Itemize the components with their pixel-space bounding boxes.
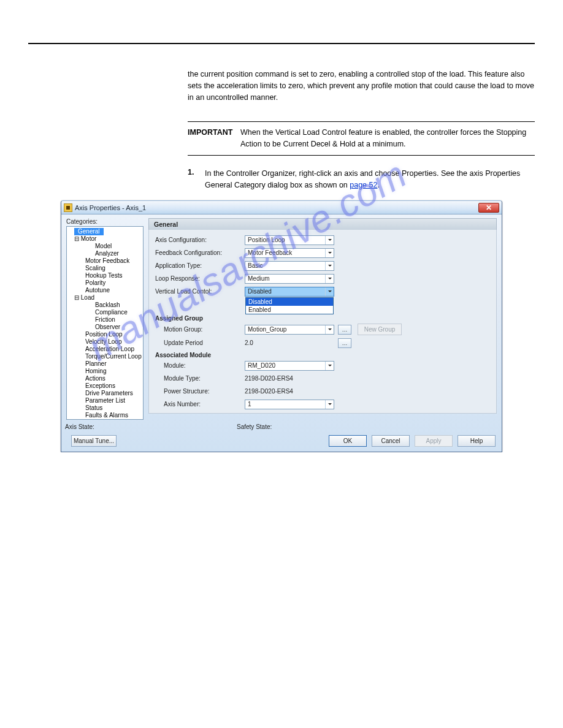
safety-state-label: Safety State: (237, 423, 272, 430)
ok-button[interactable]: OK (329, 435, 367, 447)
header-rule (28, 43, 535, 44)
power-structure-value: 2198-D020-ERS4 (245, 388, 334, 395)
motion-group-combo[interactable]: Motion_Group (245, 325, 334, 335)
tree-item-motor-feedback[interactable]: Motor Feedback (68, 257, 142, 265)
help-button[interactable]: Help (458, 435, 496, 447)
tree-item-tag[interactable]: Tag (68, 419, 142, 420)
power-structure-label: Power Structure: (155, 388, 245, 395)
dropdown-option-disabled[interactable]: Disabled (246, 298, 333, 306)
tree-item-polarity[interactable]: Polarity (68, 279, 142, 287)
tree-item-friction[interactable]: Friction (68, 316, 142, 324)
tree-item-drive-parameters[interactable]: Drive Parameters (68, 390, 142, 397)
loop-response-label: Loop Response: (155, 275, 245, 282)
tree-item-load[interactable]: ⊟ Load (68, 294, 142, 301)
axis-number-label: Axis Number: (155, 401, 245, 408)
application-type-combo[interactable]: Basic (245, 261, 334, 271)
window-title: Axis Properties - Axis_1 (75, 204, 478, 211)
tree-item-position-loop[interactable]: Position Loop (68, 331, 142, 338)
tree-item-homing[interactable]: Homing (68, 368, 142, 375)
intro-paragraph: the current position command is set to z… (188, 69, 535, 103)
chevron-down-icon (325, 400, 334, 409)
tree-item-compliance[interactable]: Compliance (68, 309, 142, 316)
important-text: When the Vertical Load Control feature i… (240, 127, 535, 150)
chevron-down-icon (325, 262, 334, 270)
panel-title: General (148, 218, 497, 230)
module-combo[interactable]: RM_D020 (245, 361, 334, 371)
tree-item-acceleration-loop[interactable]: Acceleration Loop (68, 346, 142, 353)
important-note: IMPORTANT When the Vertical Load Control… (188, 121, 535, 156)
window-icon (64, 203, 72, 212)
page-link[interactable]: page 52 (350, 181, 377, 189)
vertical-load-control-dropdown: Disabled Enabled (245, 297, 334, 314)
close-button[interactable]: ✕ (478, 203, 499, 213)
update-period-browse-button[interactable]: … (338, 338, 351, 348)
tree-item-exceptions[interactable]: Exceptions (68, 382, 142, 390)
tree-item-torque-current-loop[interactable]: Torque/Current Loop (68, 353, 142, 360)
chevron-down-icon (325, 287, 334, 296)
update-period-value: 2.0 (245, 339, 334, 346)
tree-item-velocity-loop[interactable]: Velocity Loop (68, 338, 142, 346)
tree-item-model[interactable]: Model (68, 243, 142, 250)
step-text: In the Controller Organizer, right-click… (205, 168, 535, 191)
categories-label: Categories: (66, 218, 144, 225)
module-type-label: Module Type: (155, 375, 245, 382)
axis-configuration-combo[interactable]: Position Loop (245, 235, 334, 245)
axis-number-combo[interactable]: 1 (245, 400, 334, 409)
chevron-down-icon (325, 362, 334, 370)
module-label: Module: (155, 362, 245, 369)
important-label: IMPORTANT (188, 127, 240, 150)
tree-item-analyzer[interactable]: Analyzer (68, 250, 142, 257)
loop-response-combo[interactable]: Medium (245, 274, 334, 284)
assigned-group-header: Assigned Group (155, 315, 490, 322)
motion-group-label: Motion Group: (155, 326, 245, 333)
step-number: 1. (188, 168, 205, 191)
tree-item-observer[interactable]: Observer (68, 324, 142, 331)
axis-properties-dialog: Axis Properties - Axis_1 ✕ Categories: G… (61, 200, 502, 452)
vertical-load-control-combo[interactable]: Disabled Disabled Enabled (245, 287, 334, 297)
feedback-configuration-combo[interactable]: Motor Feedback (245, 248, 334, 258)
tree-item-motor[interactable]: ⊟ Motor (68, 235, 142, 243)
tree-item-scaling[interactable]: Scaling (68, 265, 142, 272)
update-period-label: Update Period (155, 339, 245, 346)
dropdown-option-enabled[interactable]: Enabled (246, 306, 333, 314)
chevron-down-icon (325, 249, 334, 257)
apply-button: Apply (415, 435, 453, 447)
tree-item-autotune[interactable]: Autotune (68, 287, 142, 294)
tree-item-faults-alarms[interactable]: Faults & Alarms (68, 412, 142, 419)
tree-item-planner[interactable]: Planner (68, 360, 142, 368)
close-icon: ✕ (486, 203, 492, 212)
titlebar: Axis Properties - Axis_1 ✕ (61, 201, 502, 214)
tree-item-general[interactable]: General (74, 228, 104, 235)
tree-item-actions[interactable]: Actions (68, 375, 142, 382)
cancel-button[interactable]: Cancel (372, 435, 410, 447)
tree-item-backlash[interactable]: Backlash (68, 301, 142, 309)
chevron-down-icon (325, 325, 334, 334)
associated-module-header: Associated Module (155, 352, 490, 358)
tree-item-status[interactable]: Status (68, 404, 142, 412)
chevron-down-icon (325, 236, 334, 245)
manual-tune-button[interactable]: Manual Tune... (71, 435, 117, 447)
axis-configuration-label: Axis Configuration: (155, 237, 245, 243)
tree-item-parameter-list[interactable]: Parameter List (68, 397, 142, 404)
vertical-load-control-label: Vertical Load Contol: (155, 288, 245, 295)
application-type-label: Application Type: (155, 262, 245, 269)
module-type-value: 2198-D020-ERS4 (245, 375, 334, 382)
motion-group-browse-button[interactable]: … (338, 325, 351, 335)
tree-item-hookup-tests[interactable]: Hookup Tests (68, 272, 142, 279)
axis-state-label: Axis State: (65, 423, 151, 430)
feedback-configuration-label: Feedback Configuration: (155, 249, 245, 256)
categories-tree[interactable]: General ⊟ Motor Model Analyzer Motor Fee… (66, 226, 144, 420)
chevron-down-icon (325, 275, 334, 283)
new-group-button: New Group (358, 324, 402, 335)
